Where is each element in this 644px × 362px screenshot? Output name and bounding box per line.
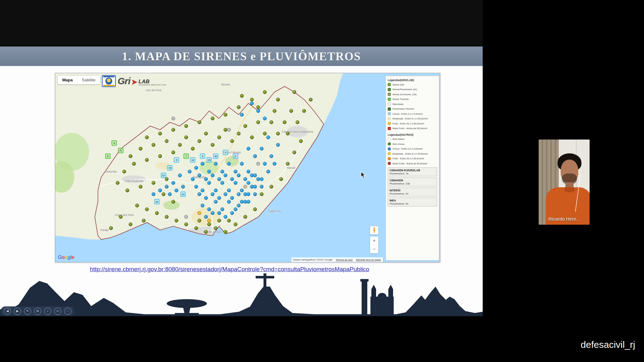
pluviometer-marker[interactable] bbox=[165, 185, 169, 189]
pluviometer-marker[interactable] bbox=[175, 189, 178, 192]
map-type-satellite-button[interactable]: Satélite bbox=[77, 76, 100, 84]
siren-marker[interactable] bbox=[184, 135, 188, 139]
legend-panel[interactable]: Legendas(GRIZLAB) Sirene (93)Sirene/Pluv… bbox=[386, 76, 439, 261]
pluviometer-marker[interactable] bbox=[240, 113, 244, 117]
pluviometer-marker[interactable] bbox=[217, 211, 221, 215]
pluviometer-marker[interactable] bbox=[211, 192, 214, 196]
pluviometer-marker[interactable] bbox=[194, 166, 198, 170]
pluviometer-marker[interactable] bbox=[240, 189, 244, 192]
siren-marker[interactable] bbox=[279, 177, 283, 181]
siren-marker[interactable] bbox=[240, 94, 244, 98]
pluviometer-marker[interactable] bbox=[263, 162, 267, 166]
siren-marker[interactable] bbox=[230, 139, 234, 143]
pluviometer-marker[interactable] bbox=[237, 204, 241, 207]
more-button[interactable]: ⋯ bbox=[64, 308, 71, 315]
siren-marker[interactable] bbox=[191, 147, 195, 151]
pluviometer-marker[interactable] bbox=[217, 196, 221, 200]
cluster-marker[interactable]: 6 bbox=[233, 154, 238, 159]
pluviometer-marker[interactable] bbox=[227, 189, 231, 192]
siren-marker[interactable] bbox=[273, 109, 276, 113]
pluviometer-marker[interactable] bbox=[197, 173, 201, 177]
next-button[interactable]: ▶ bbox=[14, 308, 21, 315]
pluviometer-marker[interactable] bbox=[204, 215, 208, 219]
siren-marker[interactable] bbox=[175, 219, 178, 222]
pluviometer-marker[interactable] bbox=[243, 177, 247, 181]
status-marker[interactable] bbox=[197, 211, 201, 215]
cluster-marker[interactable]: 9 bbox=[174, 157, 179, 163]
pluviometer-marker[interactable] bbox=[201, 189, 204, 192]
pluviometer-marker[interactable] bbox=[201, 162, 204, 166]
pluviometer-marker[interactable] bbox=[188, 170, 192, 173]
pluviometer-marker[interactable] bbox=[247, 192, 250, 196]
siren-marker[interactable] bbox=[289, 109, 293, 113]
pluviometer-marker[interactable] bbox=[214, 189, 218, 192]
siren-marker[interactable] bbox=[178, 143, 182, 147]
pluviometer-marker[interactable] bbox=[253, 185, 257, 189]
cluster-marker[interactable]: 4 bbox=[118, 148, 124, 153]
pluviometer-marker[interactable] bbox=[253, 173, 257, 177]
status-marker[interactable] bbox=[243, 185, 247, 189]
pluviometer-marker[interactable] bbox=[204, 177, 208, 181]
pluviometer-marker[interactable] bbox=[220, 207, 224, 211]
siren-marker[interactable] bbox=[283, 120, 286, 124]
pluviometer-marker[interactable] bbox=[240, 162, 244, 166]
siren-marker[interactable] bbox=[109, 226, 113, 230]
siren-marker[interactable] bbox=[119, 215, 123, 219]
siren-marker[interactable] bbox=[204, 230, 208, 234]
siren-marker[interactable] bbox=[171, 151, 175, 154]
pluviometer-marker[interactable] bbox=[204, 196, 208, 200]
pluviometer-marker[interactable] bbox=[276, 143, 280, 147]
siren-marker[interactable] bbox=[302, 109, 306, 113]
siren-marker[interactable] bbox=[129, 222, 132, 226]
pluviometer-marker[interactable] bbox=[171, 181, 175, 185]
pluviometer-marker[interactable] bbox=[197, 192, 201, 196]
pluviometer-marker[interactable] bbox=[247, 181, 250, 185]
pluviometer-marker[interactable] bbox=[253, 154, 257, 158]
siren-marker[interactable] bbox=[253, 207, 257, 211]
pluviometer-marker[interactable] bbox=[194, 185, 198, 189]
pluviometer-marker[interactable] bbox=[220, 170, 224, 173]
siren-marker[interactable] bbox=[243, 124, 247, 128]
siren-marker[interactable] bbox=[250, 135, 254, 139]
pluviometer-marker[interactable] bbox=[181, 185, 185, 189]
cluster-marker[interactable]: 11 bbox=[190, 157, 196, 163]
cluster-marker[interactable]: 25 bbox=[207, 157, 212, 163]
siren-marker[interactable] bbox=[217, 219, 221, 222]
pluviometer-marker[interactable] bbox=[266, 170, 270, 173]
siren-marker[interactable] bbox=[184, 222, 188, 226]
pluviometer-marker[interactable] bbox=[234, 181, 237, 185]
siren-marker[interactable] bbox=[224, 230, 227, 234]
pluviometer-marker[interactable] bbox=[253, 192, 257, 196]
siren-marker[interactable] bbox=[165, 139, 169, 143]
siren-marker[interactable] bbox=[204, 132, 208, 135]
siren-marker[interactable] bbox=[299, 139, 303, 143]
cluster-marker[interactable]: 30 bbox=[213, 154, 219, 159]
pluviometer-marker[interactable] bbox=[207, 170, 211, 173]
siren-marker[interactable] bbox=[286, 162, 290, 166]
pluviometer-marker[interactable] bbox=[260, 147, 264, 151]
siren-marker[interactable] bbox=[171, 128, 175, 132]
siren-marker[interactable] bbox=[142, 219, 146, 222]
siren-marker[interactable] bbox=[125, 189, 129, 192]
cluster-marker[interactable]: 10 bbox=[154, 199, 159, 204]
pluviometer-marker[interactable] bbox=[178, 173, 182, 177]
siren-marker[interactable] bbox=[129, 154, 132, 158]
siren-marker[interactable] bbox=[309, 98, 313, 101]
siren-marker[interactable] bbox=[217, 135, 221, 139]
report-error-link[interactable]: Informar erro no mapa bbox=[356, 258, 381, 261]
siren-marker[interactable] bbox=[237, 132, 241, 135]
siren-marker[interactable] bbox=[194, 226, 198, 230]
pluviometer-marker[interactable] bbox=[168, 192, 172, 196]
siren-marker[interactable] bbox=[256, 120, 260, 124]
siren-marker[interactable] bbox=[250, 98, 254, 101]
pluviometer-marker[interactable] bbox=[230, 177, 234, 181]
cluster-marker[interactable]: 6 bbox=[112, 140, 117, 146]
siren-marker[interactable] bbox=[139, 147, 142, 151]
cluster-marker[interactable]: 12 bbox=[161, 173, 166, 178]
siren-marker[interactable] bbox=[263, 132, 267, 135]
pegman-button[interactable] bbox=[370, 226, 378, 234]
pluviometer-marker[interactable] bbox=[234, 170, 237, 173]
siren-marker[interactable] bbox=[162, 192, 165, 196]
map-type-map-button[interactable]: Mapa bbox=[58, 76, 77, 84]
siren-marker[interactable] bbox=[165, 215, 169, 219]
